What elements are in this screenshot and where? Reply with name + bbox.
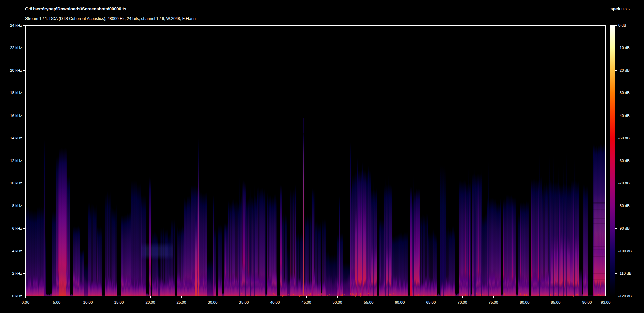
svg-text:8 kHz: 8 kHz xyxy=(12,204,22,208)
svg-text:55:00: 55:00 xyxy=(364,300,374,304)
svg-text:30:00: 30:00 xyxy=(208,300,218,304)
svg-text:0.8.5: 0.8.5 xyxy=(622,7,630,11)
svg-text:0:00: 0:00 xyxy=(22,300,29,304)
svg-text:10:00: 10:00 xyxy=(83,300,93,304)
svg-text:spek: spek xyxy=(611,7,621,11)
svg-text:Stream 1 / 1: DCA (DTS Coheren: Stream 1 / 1: DCA (DTS Coherent Acoustic… xyxy=(25,16,196,21)
svg-text:-10 dB: -10 dB xyxy=(618,46,630,50)
svg-text:6 kHz: 6 kHz xyxy=(12,226,22,230)
svg-text:75:00: 75:00 xyxy=(489,300,498,304)
svg-text:-20 dB: -20 dB xyxy=(618,68,630,72)
svg-text:5:00: 5:00 xyxy=(53,300,60,304)
svg-text:-60 dB: -60 dB xyxy=(618,159,630,163)
svg-text:10 kHz: 10 kHz xyxy=(10,181,22,185)
svg-text:-70 dB: -70 dB xyxy=(618,181,630,185)
svg-text:4 kHz: 4 kHz xyxy=(12,249,22,253)
svg-text:16 kHz: 16 kHz xyxy=(10,114,22,118)
svg-text:65:00: 65:00 xyxy=(426,300,436,304)
svg-text:18 kHz: 18 kHz xyxy=(10,91,22,95)
svg-text:40:00: 40:00 xyxy=(270,300,280,304)
svg-text:93:00: 93:00 xyxy=(601,300,611,304)
svg-text:-30 dB: -30 dB xyxy=(618,91,630,95)
svg-text:70:00: 70:00 xyxy=(458,300,467,304)
svg-text:15:00: 15:00 xyxy=(114,300,124,304)
svg-text:45:00: 45:00 xyxy=(302,300,311,304)
svg-text:-80 dB: -80 dB xyxy=(618,204,630,208)
svg-text:35:00: 35:00 xyxy=(239,300,249,304)
svg-text:22 kHz: 22 kHz xyxy=(10,46,22,50)
svg-text:0 kHz: 0 kHz xyxy=(12,294,22,298)
svg-text:-120 dB: -120 dB xyxy=(618,294,632,298)
svg-text:-110 dB: -110 dB xyxy=(618,271,632,275)
svg-text:85:00: 85:00 xyxy=(551,300,561,304)
svg-text:-50 dB: -50 dB xyxy=(618,136,630,140)
svg-text:2 kHz: 2 kHz xyxy=(12,271,22,275)
svg-text:14 kHz: 14 kHz xyxy=(10,136,22,140)
svg-text:-100 dB: -100 dB xyxy=(618,249,632,253)
svg-text:25:00: 25:00 xyxy=(177,300,186,304)
svg-text:80:00: 80:00 xyxy=(520,300,530,304)
svg-text:24 kHz: 24 kHz xyxy=(10,23,22,27)
svg-text:90:00: 90:00 xyxy=(582,300,592,304)
svg-text:-40 dB: -40 dB xyxy=(618,114,630,118)
svg-text:60:00: 60:00 xyxy=(395,300,405,304)
svg-text:-90 dB: -90 dB xyxy=(618,226,630,230)
svg-text:20:00: 20:00 xyxy=(146,300,155,304)
svg-text:C:\Users\rynep\Downloads\Scree: C:\Users\rynep\Downloads\Screenshots\000… xyxy=(25,6,126,11)
svg-text:50:00: 50:00 xyxy=(333,300,342,304)
svg-text:20 kHz: 20 kHz xyxy=(10,68,22,72)
svg-text:0 dB: 0 dB xyxy=(618,23,626,27)
svg-text:12 kHz: 12 kHz xyxy=(10,159,22,163)
